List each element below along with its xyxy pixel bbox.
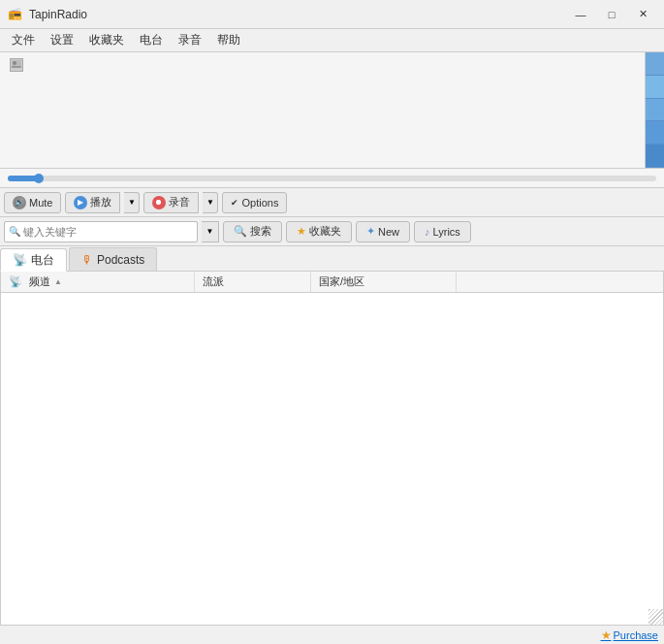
new-button[interactable]: ✦ New bbox=[356, 221, 410, 242]
minimize-button[interactable]: — bbox=[567, 5, 594, 24]
col-genre: 流派 bbox=[195, 272, 311, 292]
main-content: 📡 频道 ▲ 流派 国家/地区 bbox=[0, 272, 664, 625]
search-input-wrap[interactable]: 🔍 bbox=[4, 221, 198, 242]
vis-block-2 bbox=[646, 76, 664, 99]
mute-icon: 🔊 bbox=[13, 196, 26, 209]
col-channel: 📡 频道 ▲ bbox=[1, 272, 195, 292]
progress-area[interactable] bbox=[0, 169, 664, 188]
tabs-bar: 📡 电台 🎙 Podcasts bbox=[0, 246, 664, 272]
status-bar: ★ Purchase bbox=[0, 625, 664, 644]
podcast-tab-icon: 🎙 bbox=[81, 253, 93, 267]
window-controls: — □ ✕ bbox=[567, 5, 656, 24]
col-channel-sort-icon[interactable]: ▲ bbox=[54, 277, 62, 286]
progress-track[interactable] bbox=[8, 176, 656, 181]
play-dropdown-button[interactable]: ▼ bbox=[124, 192, 140, 213]
mute-button[interactable]: 🔊 Mute bbox=[4, 192, 61, 213]
search-button[interactable]: 🔍 搜索 bbox=[223, 221, 282, 242]
maximize-button[interactable]: □ bbox=[598, 5, 625, 24]
record-label: 录音 bbox=[169, 195, 190, 209]
play-button[interactable]: ▶ 播放 bbox=[65, 192, 120, 213]
app-title: TapinRadio bbox=[29, 8, 567, 21]
station-tab-icon: 📡 bbox=[13, 253, 27, 267]
menu-help[interactable]: 帮助 bbox=[209, 30, 248, 50]
search-btn-icon: 🔍 bbox=[234, 225, 247, 238]
menu-record[interactable]: 录音 bbox=[171, 30, 209, 50]
svg-rect-1 bbox=[12, 66, 21, 68]
menu-bar: 文件 设置 收藏夹 电台 录音 帮助 bbox=[0, 29, 664, 52]
purchase-label: Purchase bbox=[614, 629, 658, 641]
new-icon: ✦ bbox=[366, 225, 375, 238]
search-btn-label: 搜索 bbox=[250, 224, 271, 239]
menu-station[interactable]: 电台 bbox=[132, 30, 171, 50]
action-bar: 🔍 ▼ 🔍 搜索 ★ 收藏夹 ✦ New ♪ Lyrics bbox=[0, 217, 664, 246]
col-channel-label: 📡 频道 bbox=[9, 274, 50, 289]
menu-favorites[interactable]: 收藏夹 bbox=[81, 30, 132, 50]
record-icon: ⏺ bbox=[152, 196, 166, 209]
lyrics-btn-label: Lyrics bbox=[433, 226, 460, 238]
tab-podcasts-label: Podcasts bbox=[97, 253, 144, 267]
favorites-button[interactable]: ★ 收藏夹 bbox=[286, 221, 352, 242]
close-button[interactable]: ✕ bbox=[629, 5, 656, 24]
menu-settings[interactable]: 设置 bbox=[43, 30, 81, 50]
tab-stations[interactable]: 📡 电台 bbox=[0, 248, 67, 272]
visualizer-area bbox=[0, 52, 664, 169]
search-input[interactable] bbox=[23, 226, 193, 238]
favorites-icon: ★ bbox=[297, 225, 306, 238]
col-country: 国家/地区 bbox=[311, 272, 457, 292]
options-check-icon: ✔ bbox=[231, 198, 238, 208]
play-icon: ▶ bbox=[74, 196, 87, 209]
visualizer-side-panel bbox=[645, 52, 664, 168]
controls-bar: 🔊 Mute ▶ 播放 ▼ ⏺ 录音 ▼ ✔ Options bbox=[0, 188, 664, 217]
record-dropdown-button[interactable]: ▼ bbox=[203, 192, 218, 213]
app-icon: 📻 bbox=[8, 7, 23, 22]
progress-thumb[interactable] bbox=[34, 174, 44, 183]
play-label: 播放 bbox=[90, 195, 111, 209]
options-label: Options bbox=[241, 197, 278, 209]
purchase-star-icon: ★ bbox=[601, 628, 612, 642]
channel-radio-icon: 📡 bbox=[9, 275, 22, 287]
options-button[interactable]: ✔ Options bbox=[222, 192, 287, 213]
tab-stations-label: 电台 bbox=[31, 252, 54, 269]
title-bar: 📻 TapinRadio — □ ✕ bbox=[0, 0, 664, 29]
vis-block-1 bbox=[646, 52, 664, 76]
mute-label: Mute bbox=[29, 197, 52, 209]
album-art-icon bbox=[10, 58, 23, 72]
record-button[interactable]: ⏺ 录音 bbox=[143, 192, 199, 213]
purchase-link[interactable]: ★ Purchase bbox=[601, 628, 658, 642]
table-body bbox=[1, 293, 663, 625]
visualizer-main bbox=[0, 52, 645, 168]
menu-file[interactable]: 文件 bbox=[4, 30, 43, 50]
table-header: 📡 频道 ▲ 流派 国家/地区 bbox=[1, 272, 663, 293]
lyrics-button[interactable]: ♪ Lyrics bbox=[414, 221, 471, 242]
search-icon: 🔍 bbox=[9, 226, 20, 237]
vis-block-5 bbox=[646, 145, 664, 168]
svg-point-2 bbox=[13, 61, 16, 65]
lyrics-icon: ♪ bbox=[425, 226, 430, 238]
new-btn-label: New bbox=[378, 226, 399, 238]
vis-block-3 bbox=[646, 99, 664, 122]
tab-podcasts[interactable]: 🎙 Podcasts bbox=[69, 247, 157, 271]
favorites-btn-label: 收藏夹 bbox=[309, 224, 341, 239]
vis-block-4 bbox=[646, 121, 664, 145]
search-dropdown-button[interactable]: ▼ bbox=[202, 221, 219, 242]
resize-handle[interactable] bbox=[648, 609, 664, 625]
